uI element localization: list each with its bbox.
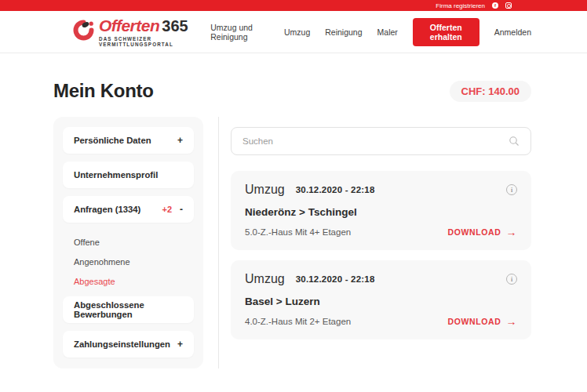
search-icon[interactable] <box>509 136 520 147</box>
logo[interactable]: Offerten 365 DAS SCHWEIZER VERMITTLUNGSP… <box>73 16 210 47</box>
logo-brand: Offerten <box>99 16 159 35</box>
requests-panel: Umzug 30.12.2020 - 22:18 i Niederönz > T… <box>231 117 531 368</box>
arrow-right-icon: → <box>505 316 517 327</box>
request-datetime: 30.12.2020 - 22:18 <box>296 274 375 284</box>
topbar: Firma registrieren f <box>0 0 587 11</box>
request-route: Basel > Luzern <box>245 296 517 307</box>
sidebar-item-persoenliche-daten[interactable]: Persönliche Daten + <box>63 127 194 154</box>
request-type: Umzug <box>245 183 285 197</box>
minus-icon[interactable]: - <box>180 204 183 215</box>
nav-maler[interactable]: Maler <box>377 27 398 37</box>
sidebar-item-abgeschlossene-bewerbungen[interactable]: Abgeschlossene Bewerbungen <box>63 296 194 323</box>
offerten-erhalten-button[interactable]: Offerten erhalten <box>413 18 479 46</box>
sidebar-item-unternehmensprofil[interactable]: Unternehmensprofil <box>63 162 194 188</box>
anfragen-submenu: Offene Angenohmene Abgesagte <box>63 230 194 296</box>
request-details: 4.0-Z.-Haus Mit 2+ Etagen <box>245 317 351 326</box>
info-icon[interactable]: i <box>506 274 517 285</box>
nav-reinigung[interactable]: Reinigung <box>325 27 362 37</box>
download-link[interactable]: DOWNLOAD → <box>448 227 517 238</box>
header: Offerten 365 DAS SCHWEIZER VERMITTLUNGSP… <box>0 11 587 53</box>
request-card: Umzug 30.12.2020 - 22:18 i Niederönz > T… <box>231 171 531 250</box>
vertical-divider <box>218 117 219 368</box>
request-type: Umzug <box>245 272 285 286</box>
download-link[interactable]: DOWNLOAD → <box>448 316 517 327</box>
request-route: Niederönz > Tschingel <box>245 206 517 218</box>
search-box <box>231 127 531 155</box>
sidebar-item-zahlungseinstellungen[interactable]: Zahlungseinstellungen + <box>63 331 194 358</box>
nav-umzug-und-reinigung[interactable]: Umzug und Reinigung <box>210 23 269 42</box>
request-details: 5.0-Z.-Haus Mit 4+ Etagen <box>245 227 351 237</box>
search-input[interactable] <box>242 136 509 146</box>
instagram-icon[interactable] <box>505 2 512 9</box>
page-title: Mein Konto <box>53 80 154 102</box>
anmelden-link[interactable]: Anmelden <box>494 27 531 37</box>
logo-suffix: 365 <box>162 17 188 35</box>
main-nav: Umzug und Reinigung Umzug Reinigung Male… <box>210 18 531 46</box>
balance-badge: CHF: 140.00 <box>450 81 531 102</box>
submenu-item-offene[interactable]: Offene <box>74 238 192 247</box>
request-datetime: 30.12.2020 - 22:18 <box>296 185 375 194</box>
logo-tagline: DAS SCHWEIZER VERMITTLUNGSPORTAL <box>99 36 210 47</box>
nav-umzug[interactable]: Umzug <box>284 27 310 37</box>
request-card: Umzug 30.12.2020 - 22:18 i Basel > Luzer… <box>231 260 531 339</box>
plus-icon[interactable]: + <box>177 135 183 146</box>
register-company-link[interactable]: Firma registrieren <box>436 2 485 9</box>
submenu-item-abgesagte[interactable]: Abgesagte <box>74 277 192 286</box>
arrow-right-icon: → <box>505 227 517 238</box>
new-requests-badge: +2 <box>162 205 172 214</box>
submenu-item-angenohmene[interactable]: Angenohmene <box>74 257 192 267</box>
info-icon[interactable]: i <box>506 184 517 195</box>
facebook-icon[interactable]: f <box>492 2 498 9</box>
account-page: Mein Konto CHF: 140.00 Persönliche Daten… <box>0 53 587 368</box>
account-sidebar: Persönliche Daten + Unternehmensprofil A… <box>53 117 203 368</box>
logo-icon <box>73 20 94 44</box>
sidebar-item-anfragen[interactable]: Anfragen (1334) +2 - <box>63 196 194 223</box>
plus-icon[interactable]: + <box>177 339 183 350</box>
